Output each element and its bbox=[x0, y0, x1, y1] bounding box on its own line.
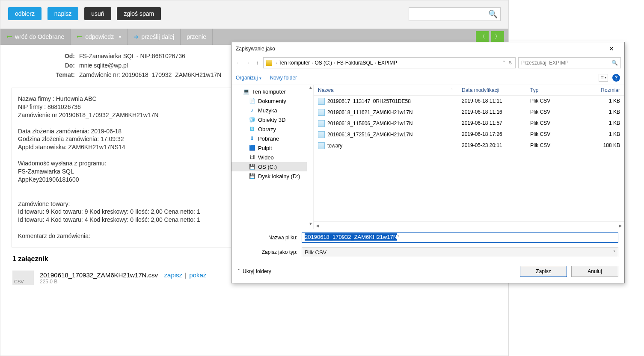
file-row[interactable]: 20190618_172516_ZAM6KH21w17N 2019-06-18 … bbox=[314, 129, 624, 140]
tree-item[interactable]: 💾Dysk lokalny (D:) bbox=[231, 171, 313, 181]
nav-up-icon[interactable]: ↑ bbox=[254, 60, 261, 66]
filetype-select[interactable]: Plik CSV˅ bbox=[302, 247, 618, 257]
document-icon: 📄 bbox=[249, 97, 255, 104]
col-name[interactable]: Nazwa˄ bbox=[314, 85, 457, 95]
chevron-down-icon: ▾ bbox=[259, 76, 261, 80]
organize-link[interactable]: Organizuj ▾ bbox=[236, 75, 261, 81]
video-icon: 🎞 bbox=[249, 154, 255, 161]
breadcrumb-seg[interactable]: OS (C:) bbox=[315, 60, 332, 66]
address-bar[interactable]: › Ten komputer › OS (C:) › FS-FakturaSQL… bbox=[263, 57, 516, 68]
cancel-button[interactable]: Anuluj bbox=[571, 266, 618, 277]
desktop-icon: 🟦 bbox=[249, 144, 255, 151]
attachment-filename: 20190618_170932_ZAM6KH21w17N.csv bbox=[40, 271, 158, 279]
nav-forward-icon[interactable]: → bbox=[244, 60, 251, 66]
computer-icon: 💻 bbox=[243, 88, 249, 95]
col-size[interactable]: Rozmiar bbox=[586, 85, 624, 95]
search-icon: 🔍 bbox=[611, 60, 618, 66]
forward-button[interactable]: ➔prześlij dalej bbox=[128, 29, 181, 45]
dialog-title: Zapisywanie jako bbox=[236, 46, 275, 52]
next-mail-button[interactable]: 〉 bbox=[491, 31, 504, 42]
h-scrollbar[interactable]: ◄ ► bbox=[314, 221, 624, 229]
to-value: mnie sqlite@wp.pl bbox=[79, 62, 128, 69]
hide-folders-link[interactable]: ˄Ukryj foldery bbox=[237, 268, 271, 274]
file-icon bbox=[318, 142, 325, 149]
filename-label: Nazwa pliku: bbox=[237, 235, 297, 241]
from-label: Od: bbox=[12, 53, 75, 59]
chevron-down-icon[interactable]: ˅ bbox=[397, 235, 399, 240]
file-pane: Nazwa˄ Data modyfikacji Typ Rozmiar 2019… bbox=[314, 85, 624, 229]
tree-item[interactable]: 🧊Obiekty 3D bbox=[231, 115, 313, 124]
subject-value: Zamówienie nr: 20190618_170932_ZAM6KH21w… bbox=[79, 71, 221, 78]
object-icon: 🧊 bbox=[249, 116, 255, 123]
subject-label: Temat: bbox=[12, 71, 75, 78]
back-button[interactable]: 🠔wróć do Odebrane bbox=[0, 29, 71, 45]
prev-mail-button[interactable]: 〈 bbox=[476, 31, 489, 42]
write-button[interactable]: napisz bbox=[47, 7, 78, 20]
col-date[interactable]: Data modyfikacji bbox=[457, 85, 526, 95]
move-button[interactable]: przenie bbox=[181, 29, 213, 45]
dialog-search-input[interactable] bbox=[521, 60, 611, 66]
file-icon bbox=[318, 109, 325, 116]
filename-input[interactable]: 20190618_170932_ZAM6KH21w17N˅ bbox=[302, 232, 618, 243]
chevron-right-icon: › bbox=[334, 61, 335, 65]
view-mode-button[interactable]: ≣ ▾ bbox=[599, 74, 608, 82]
col-type[interactable]: Typ bbox=[526, 85, 586, 95]
scroll-up-icon[interactable]: ▲ bbox=[307, 85, 314, 93]
chevron-right-icon: › bbox=[312, 61, 313, 65]
file-icon bbox=[318, 98, 325, 105]
filetype-label: Zapisz jako typ: bbox=[237, 249, 297, 255]
forward-arrow-icon: ➔ bbox=[134, 33, 139, 40]
dialog-search[interactable]: 🔍 bbox=[518, 57, 621, 68]
search-icon: 🔍 bbox=[488, 9, 498, 19]
breadcrumb-seg[interactable]: Ten komputer bbox=[279, 60, 310, 66]
new-folder-link[interactable]: Nowy folder bbox=[270, 75, 297, 81]
tree-item[interactable]: 💻Ten komputer bbox=[231, 87, 313, 96]
scroll-right-icon[interactable]: ► bbox=[617, 223, 624, 228]
disk-icon: 💾 bbox=[249, 163, 255, 170]
help-icon[interactable]: ? bbox=[612, 74, 620, 82]
chevron-down-icon: ˅ bbox=[613, 250, 615, 255]
tree-item[interactable]: 💾OS (C:) bbox=[231, 162, 313, 171]
tree-item[interactable]: 📄Dokumenty bbox=[231, 96, 313, 106]
save-as-dialog: Zapisywanie jako ✕ ← → ↑ › Ten komputer … bbox=[231, 42, 625, 283]
receive-button[interactable]: odbierz bbox=[8, 7, 42, 20]
file-row[interactable]: 20190618_115606_ZAM6KH21w17N 2019-06-18 … bbox=[314, 118, 624, 129]
scroll-left-icon[interactable]: ◄ bbox=[314, 223, 321, 228]
search-input[interactable]: 🔍 bbox=[409, 7, 501, 21]
nav-back-icon[interactable]: ← bbox=[235, 60, 242, 66]
file-icon bbox=[318, 131, 325, 138]
to-label: Do: bbox=[12, 62, 75, 69]
sort-up-icon: ˄ bbox=[451, 88, 453, 92]
file-row[interactable]: 20190617_113147_0RH25T01DE58 2019-06-18 … bbox=[314, 96, 624, 107]
chevron-right-icon: › bbox=[374, 61, 376, 65]
save-button[interactable]: Zapisz bbox=[520, 266, 567, 277]
refresh-icon[interactable]: ↻ bbox=[509, 60, 513, 66]
breadcrumb-seg[interactable]: FS-FakturaSQL bbox=[337, 60, 373, 66]
music-icon: ♪ bbox=[249, 107, 255, 114]
scroll-down-icon[interactable]: ▼ bbox=[307, 221, 314, 229]
delete-button[interactable]: usuń bbox=[84, 7, 111, 20]
tree-item[interactable]: 🎞Wideo bbox=[231, 153, 313, 162]
csv-badge-icon: CSV bbox=[12, 271, 34, 285]
attachment-size: 225.0 B bbox=[40, 279, 207, 285]
close-icon[interactable]: ✕ bbox=[603, 45, 620, 52]
chevron-down-icon[interactable]: ˅ bbox=[503, 60, 505, 66]
breadcrumb-seg[interactable]: EXPIMP bbox=[378, 60, 397, 66]
file-row[interactable]: towary 2019-05-23 20:11 Plik CSV 188 KB bbox=[314, 140, 624, 151]
tree-item[interactable]: ⬇Pobrane bbox=[231, 134, 313, 143]
dialog-titlebar: Zapisywanie jako ✕ bbox=[231, 42, 624, 55]
spam-button[interactable]: zgłoś spam bbox=[117, 7, 161, 20]
download-icon: ⬇ bbox=[249, 135, 255, 142]
disk-icon: 💾 bbox=[249, 173, 255, 179]
chevron-right-icon: › bbox=[276, 61, 277, 65]
tree-item[interactable]: 🖼Obrazy bbox=[231, 124, 313, 134]
top-toolbar: odbierz napisz usuń zgłoś spam 🔍 bbox=[0, 0, 508, 29]
reply-button[interactable]: 🠔odpowiedz▾ bbox=[71, 29, 128, 45]
from-value: FS-Zamawiarka SQL - NIP:8681026736 bbox=[79, 53, 185, 59]
attachment-save-link[interactable]: zapisz bbox=[164, 271, 183, 279]
file-row[interactable]: 20190618_111621_ZAM6KH21w17N 2019-06-18 … bbox=[314, 107, 624, 118]
tree-item[interactable]: ♪Muzyka bbox=[231, 106, 313, 115]
tree-item[interactable]: 🟦Pulpit bbox=[231, 143, 313, 153]
file-icon bbox=[318, 120, 325, 127]
attachment-show-link[interactable]: pokaż bbox=[189, 271, 206, 279]
